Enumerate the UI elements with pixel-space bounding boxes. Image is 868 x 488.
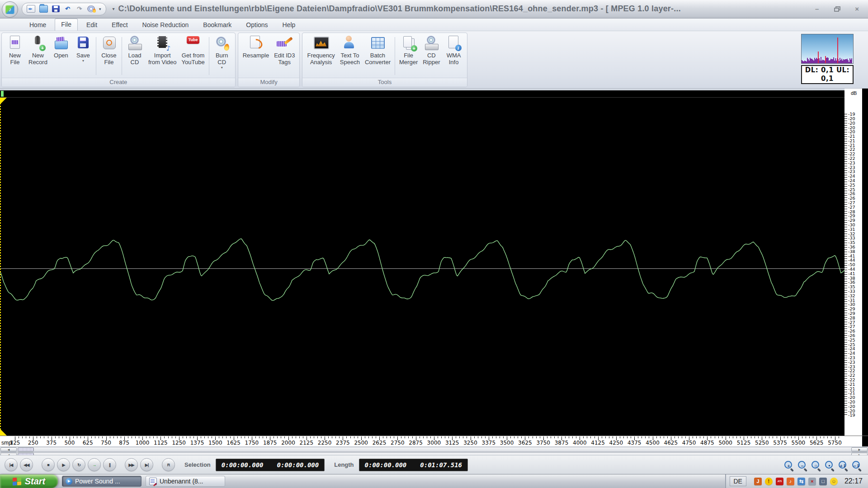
load-cd-button[interactable]: LoadCD <box>124 34 146 78</box>
undo-icon[interactable]: ↶ <box>64 5 71 12</box>
wma-info-button[interactable]: WMAInfo <box>443 34 465 78</box>
zoom-vertical-in-button[interactable]: +↕ <box>836 459 848 471</box>
ruler-tick <box>29 436 30 438</box>
ruler-tick <box>649 436 649 438</box>
cursor-marker-bottom-icon[interactable] <box>0 429 7 436</box>
ruler-tick <box>558 436 558 438</box>
zoom-in-button[interactable]: + <box>782 459 794 471</box>
minimize-button[interactable]: – <box>815 5 819 12</box>
ruler-tick <box>551 436 551 438</box>
new-file-button[interactable]: NewFile <box>4 34 26 78</box>
cd-ripper-button[interactable]: CDRipper <box>420 34 442 78</box>
zoom-out-button[interactable]: − <box>796 459 807 471</box>
messenger-icon[interactable]: ☺ <box>830 478 838 485</box>
scroll-right-button[interactable]: ▶ <box>851 447 868 451</box>
network-activity-icon[interactable]: ⇆ <box>797 478 805 485</box>
ruler-tick <box>48 436 48 438</box>
ati-icon[interactable]: ATI <box>776 478 783 485</box>
volume-icon[interactable]: ♪ <box>787 478 794 485</box>
redo-icon[interactable]: ↷ <box>75 5 83 12</box>
qat-customize-caret-icon[interactable]: ▾ <box>113 6 115 11</box>
youtube-icon <box>184 35 202 51</box>
ruler-tick <box>328 436 329 438</box>
ruler-tick <box>99 436 99 438</box>
start-button[interactable]: Start <box>0 474 58 488</box>
zoom-vertical-out-button[interactable]: −↕ <box>850 459 862 471</box>
remote-session-icon[interactable]: □ <box>819 478 827 485</box>
ruler-tick <box>281 436 281 438</box>
close-button[interactable]: × <box>855 5 859 12</box>
menu-help[interactable]: Help <box>277 19 302 31</box>
zoom-full-button[interactable]: • <box>823 459 835 471</box>
task-label: Power Sound ... <box>75 478 120 485</box>
scrollbar-grip[interactable] <box>18 447 34 451</box>
ruler-tick <box>201 436 201 438</box>
ruler-tick <box>722 436 722 438</box>
new-record-button[interactable]: NewRecord <box>26 34 50 78</box>
ruler-tick <box>420 436 420 438</box>
edit-id3-tags-button[interactable]: Edit ID3Tags <box>272 34 297 78</box>
resample-button[interactable]: Resample <box>241 34 272 78</box>
menu-noise-reduction[interactable]: Noise Reduction <box>137 19 195 31</box>
loop-button[interactable]: ↻ <box>72 458 85 471</box>
zoom-selection-button[interactable]: ▫ <box>809 459 821 471</box>
import-from-video-button[interactable]: Importfrom Video <box>146 34 179 78</box>
language-indicator[interactable]: DE <box>730 476 746 486</box>
ruler-tick <box>401 436 401 438</box>
horizontal-scrollbar[interactable]: ◀ ▶ <box>0 447 868 452</box>
get-from-youtube-button[interactable]: Get fromYouTube <box>179 34 207 78</box>
ruler-tick <box>153 436 154 438</box>
batch-converter-button[interactable]: BatchConverter <box>363 34 393 78</box>
ruler-tick <box>481 436 482 438</box>
menu-options[interactable]: Options <box>240 19 274 31</box>
play-forward-button[interactable]: → <box>88 458 101 471</box>
file-merger-button[interactable]: FileMerger <box>397 34 420 78</box>
save-icon[interactable] <box>52 5 60 12</box>
ribbon-button-label: Get fromYouTube <box>182 52 205 66</box>
cursor-marker-top-icon[interactable] <box>0 98 7 104</box>
menu-file[interactable]: File <box>55 19 78 31</box>
menu-bookmark[interactable]: Bookmark <box>197 19 237 31</box>
open-button[interactable]: Open <box>50 34 72 78</box>
menu-home[interactable]: Home <box>24 19 52 31</box>
play-button[interactable]: ▶ <box>57 458 70 471</box>
ruler-label: 875 <box>119 440 129 446</box>
ruler-tick <box>533 436 533 438</box>
frequency-analysis-button[interactable]: FrequencyAnalysis <box>305 34 337 78</box>
network-disconnected-icon[interactable]: × <box>808 478 816 485</box>
db-label: -19 <box>848 413 861 418</box>
stop-button[interactable]: ■ <box>42 458 55 471</box>
pause-button[interactable]: || <box>103 458 116 471</box>
position-strip[interactable] <box>0 90 844 98</box>
close-file-button[interactable]: CloseFile <box>98 34 120 78</box>
app-menu-button[interactable]: ♪ <box>2 1 18 18</box>
timeline-ruler[interactable]: smpl125250375500625750875100011251250137… <box>0 436 868 446</box>
menu-edit[interactable]: Edit <box>80 19 103 31</box>
rewind-button[interactable]: ◀◀ <box>20 458 33 471</box>
java-icon[interactable]: J <box>754 478 762 485</box>
text-to-speech-button[interactable]: Text ToSpeech <box>338 34 362 78</box>
save-button[interactable]: Save▾ <box>72 34 94 78</box>
taskbar-task-power-sound[interactable]: Power Sound ... <box>62 476 142 487</box>
menu-effect[interactable]: Effect <box>106 19 134 31</box>
ribbon-group-title: Create <box>2 78 235 87</box>
open-file-icon[interactable] <box>27 5 35 13</box>
taskbar-task-unbenannt[interactable]: Unbenannt (8... <box>146 476 225 487</box>
play-cursor[interactable] <box>1 91 4 97</box>
burn-icon[interactable] <box>87 5 95 12</box>
scroll-left-button[interactable]: ◀ <box>0 447 17 451</box>
waveform-canvas[interactable] <box>0 89 844 436</box>
security-alert-icon[interactable]: ! <box>765 478 773 485</box>
ruler-tick <box>583 436 584 438</box>
restore-button[interactable] <box>834 6 840 11</box>
ruler-tick <box>383 436 383 438</box>
fast-forward-button[interactable]: ▶▶ <box>125 458 138 471</box>
ruler-tick <box>266 436 267 438</box>
qat-dropdown-caret-icon[interactable]: ▾ <box>99 7 101 11</box>
burn-cd-button[interactable]: BurnCD▾ <box>211 34 233 78</box>
go-end-button[interactable]: ▶| <box>140 458 153 471</box>
db-label: -25 <box>848 183 861 188</box>
go-start-button[interactable]: |◀ <box>5 458 18 471</box>
open-folder-icon[interactable] <box>39 5 48 13</box>
record-button[interactable]: R <box>162 458 175 471</box>
